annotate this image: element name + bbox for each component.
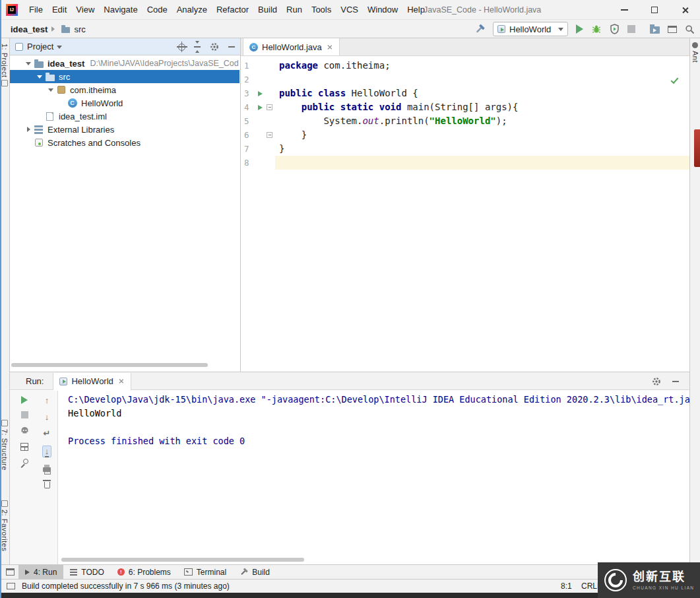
tool-bar-todo[interactable]: TODO — [63, 565, 110, 580]
code-content[interactable]: package com.itheima; public class HelloW… — [279, 59, 689, 170]
tree-item-iml[interactable]: idea_test.iml — [10, 110, 239, 123]
menu-vcs[interactable]: VCS — [336, 0, 363, 20]
gutter-row: 2 — [241, 73, 275, 86]
tool-bar-run[interactable]: 4: Run — [18, 565, 63, 580]
menu-build[interactable]: Build — [253, 0, 282, 20]
debug-button[interactable] — [591, 24, 602, 34]
tool-stripe-favorites[interactable]: 2: Favorites — [0, 500, 9, 551]
hide-panel-icon[interactable] — [672, 381, 679, 382]
code-token: main(String[] args){ — [407, 102, 519, 112]
tree-item-package[interactable]: com.itheima — [10, 83, 239, 96]
run-main-gutter-icon[interactable] — [255, 105, 265, 110]
scroll-to-end-icon[interactable]: ↓ — [42, 446, 52, 457]
restore-layout-icon[interactable] — [20, 443, 28, 451]
tree-item-src[interactable]: src — [10, 70, 239, 83]
maximize-button[interactable] — [639, 0, 670, 20]
menu-view[interactable]: View — [71, 0, 99, 20]
run-panel-actions — [651, 372, 679, 390]
tool-bar-build[interactable]: Build — [233, 565, 276, 580]
coverage-button[interactable] — [610, 24, 620, 34]
menu-run[interactable]: Run — [282, 0, 307, 20]
chevron-down-icon[interactable] — [47, 86, 55, 94]
rerun-button[interactable] — [21, 396, 28, 404]
hide-panel-icon[interactable] — [228, 46, 235, 48]
editor-body[interactable]: 1 2 3 4 5 6 7 8 — [241, 56, 689, 372]
window-edge — [0, 0, 1, 598]
maximize-icon — [651, 7, 658, 13]
tool-windows-icon[interactable] — [6, 568, 15, 576]
folder-icon — [61, 27, 70, 33]
menu-analyze[interactable]: Analyze — [172, 0, 212, 20]
settings-gear-icon[interactable] — [651, 376, 662, 387]
clear-all-icon[interactable] — [44, 482, 50, 488]
soft-wrap-icon[interactable]: ↵ — [44, 429, 51, 438]
run-button[interactable] — [576, 24, 583, 34]
project-view-selector[interactable]: Project — [27, 42, 53, 51]
editor-tab-helloworld[interactable]: HelloWorld.java — [243, 38, 340, 55]
tool-stripe-ant[interactable]: Ant — [690, 42, 700, 63]
class-icon — [249, 43, 258, 51]
menu-navigate[interactable]: Navigate — [99, 0, 142, 20]
menu-window[interactable]: Window — [363, 0, 402, 20]
caret-position-widget[interactable]: 8:1 — [561, 581, 572, 591]
horizontal-scrollbar[interactable] — [61, 558, 304, 562]
run-tab-label: HelloWorld — [71, 376, 113, 386]
chevron-down-icon[interactable] — [24, 59, 32, 68]
menu-file[interactable]: File — [24, 0, 48, 20]
down-arrow-icon[interactable]: ↓ — [45, 413, 49, 422]
code-token: ); — [496, 116, 507, 126]
select-opened-file-icon[interactable] — [178, 44, 185, 51]
close-tab-icon[interactable] — [327, 44, 332, 50]
watermark-brand: 创新互联 — [633, 570, 694, 583]
editor-window-icon[interactable] — [668, 26, 677, 33]
right-edge-watermark — [694, 129, 700, 167]
minimize-button[interactable] — [609, 0, 639, 20]
tree-item-path: D:\Mine\JAVA\IdeaProjects\JavaSE_Cod — [90, 59, 238, 68]
search-everywhere-icon[interactable] — [685, 24, 695, 34]
pin-tab-icon[interactable] — [23, 459, 28, 464]
menu-refactor[interactable]: Refactor — [212, 0, 253, 20]
console-controls-column: ↑ ↓ ↵ ↓ — [38, 396, 56, 564]
print-icon[interactable] — [43, 467, 51, 472]
settings-gear-icon[interactable] — [209, 42, 220, 52]
close-tab-icon[interactable] — [118, 378, 123, 383]
tool-bar-terminal[interactable]: Terminal — [177, 565, 233, 580]
up-arrow-icon[interactable]: ↑ — [45, 396, 49, 405]
run-class-gutter-icon[interactable] — [255, 91, 265, 96]
collapse-all-icon[interactable] — [194, 41, 201, 53]
chevron-right-icon[interactable] — [24, 127, 32, 132]
project-structure-icon[interactable] — [650, 26, 660, 34]
status-message[interactable]: Build completed successfully in 7 s 966 … — [22, 581, 230, 591]
run-configuration-combo[interactable]: HelloWorld — [493, 22, 568, 36]
tool-stripe-structure[interactable]: 7: Structure — [0, 420, 9, 471]
chevron-down-icon[interactable] — [36, 73, 44, 81]
horizontal-scrollbar[interactable] — [11, 363, 208, 367]
project-tree: idea_test D:\Mine\JAVA\IdeaProjects\Java… — [10, 57, 239, 149]
line-number: 7 — [244, 142, 255, 156]
fold-marker-icon[interactable] — [265, 132, 274, 138]
tree-item-class[interactable]: HelloWorld — [10, 96, 239, 110]
tool-bar-problems[interactable]: 6: Problems — [111, 565, 177, 580]
menu-edit[interactable]: Edit — [48, 0, 71, 20]
code-line-6: } — [279, 128, 689, 142]
tool-stripe-project[interactable]: 1: Project — [0, 44, 9, 86]
event-log-icon[interactable] — [7, 583, 15, 589]
tree-item-external-libraries[interactable]: External Libraries — [10, 123, 239, 136]
chevron-down-icon — [57, 46, 62, 51]
stop-button[interactable] — [21, 411, 28, 418]
close-button[interactable] — [670, 0, 700, 20]
kill-process-icon[interactable] — [20, 426, 30, 436]
tree-item-scratches[interactable]: Scratches and Consoles — [10, 136, 239, 149]
stop-button[interactable] — [627, 25, 635, 33]
menu-tools[interactable]: Tools — [307, 0, 336, 20]
run-tab-helloworld[interactable]: HelloWorld — [53, 373, 131, 390]
window-controls — [609, 0, 700, 20]
breadcrumb-folder[interactable]: src — [74, 24, 85, 34]
menu-code[interactable]: Code — [143, 0, 172, 20]
breadcrumb-project[interactable]: idea_test — [11, 24, 48, 34]
run-console-output[interactable]: C:\Develop\Java\jdk-15\bin\java.exe "-ja… — [59, 391, 689, 564]
tree-item-project-root[interactable]: idea_test D:\Mine\JAVA\IdeaProjects\Java… — [10, 57, 239, 70]
run-tool-icon — [25, 570, 30, 575]
build-hammer-icon[interactable] — [474, 24, 485, 34]
fold-marker-icon[interactable] — [265, 104, 274, 110]
